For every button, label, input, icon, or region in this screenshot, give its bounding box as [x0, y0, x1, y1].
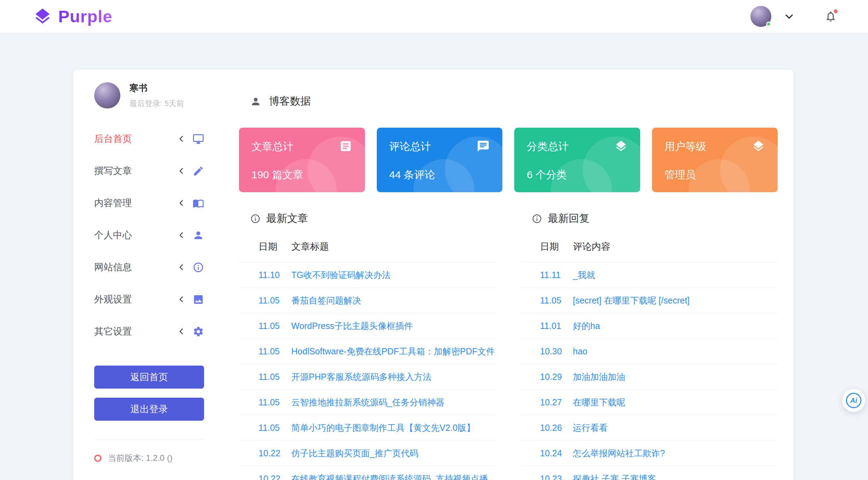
column-header-date: 日期 [521, 235, 573, 262]
article-title-link[interactable]: 番茄自签问题解决 [291, 288, 496, 313]
brand-name: Purple [58, 7, 112, 26]
article-title-link[interactable]: TG收不到验证码解决办法 [291, 262, 496, 288]
article-date: 11.05 [239, 288, 291, 313]
user-avatar[interactable] [750, 6, 771, 27]
latest-articles-title: 最新文章 [239, 211, 496, 226]
table-row: 11.05 WordPress子比主题头像框插件 [239, 313, 496, 339]
article-date: 11.05 [239, 415, 291, 441]
reply-date: 10.27 [521, 390, 573, 415]
sidebar-item-other-settings[interactable]: 其它设置 [94, 315, 204, 347]
sidebar-item-write-article[interactable]: 撰写文章 [94, 155, 204, 187]
sidebar-item-content-management[interactable]: 内容管理 [94, 187, 204, 219]
info-circle-icon [250, 213, 261, 224]
sidebar: 寒书 最后登录: 5天前 后台首页 撰写文章 内容管理 [73, 70, 239, 480]
table-row: 11.01 好的ha [521, 313, 778, 339]
sidebar-item-label: 个人中心 [94, 229, 132, 241]
reply-content-link[interactable]: 加油加油加油 [573, 364, 778, 390]
chevron-left-icon [177, 263, 186, 271]
table-row: 10.27 在哪里下载呢 [521, 390, 778, 415]
article-title-link[interactable]: HodlSoftware-免费在线PDF工具箱：加解密PDF文件 [291, 339, 496, 364]
top-header: Purple [0, 0, 868, 33]
pencil-icon [193, 165, 204, 177]
reply-date: 10.30 [521, 339, 573, 364]
reply-content-link[interactable]: _我就 [573, 262, 778, 288]
article-date: 11.10 [239, 262, 291, 288]
chevron-left-icon [177, 327, 186, 336]
latest-articles-table: 日期 文章标题 11.10 TG收不到验证码解决办法 11.05 番茄自签问题解… [239, 235, 496, 480]
latest-replies-title: 最新回复 [521, 211, 778, 226]
info-icon [193, 262, 204, 273]
article-date: 10.22 [239, 441, 291, 466]
table-row: 10.30 hao [521, 339, 778, 364]
article-title-link[interactable]: 在线教育视频课程付费阅读系统源码_支持视频点播、会 [291, 466, 496, 480]
sidebar-divider [94, 440, 204, 440]
reply-date: 11.05 [521, 288, 573, 313]
reply-content-link[interactable]: 在哪里下载呢 [573, 390, 778, 415]
sidebar-profile: 寒书 最后登录: 5天前 [94, 82, 204, 109]
version-icon [94, 455, 102, 462]
ai-assistant-button[interactable]: Ai [842, 389, 865, 412]
sidebar-item-label: 其它设置 [94, 325, 132, 338]
comment-icon [477, 140, 490, 153]
reply-content-link[interactable]: 探趣社,子寒,子寒博客 [573, 466, 778, 480]
profile-name: 寒书 [129, 82, 184, 94]
article-title-link[interactable]: 简单小巧的电子图章制作工具【黄文先V2.0版】 [291, 415, 496, 441]
back-home-button[interactable]: 返回首页 [94, 366, 204, 389]
latest-articles-panel: 最新文章 日期 文章标题 11.10 TG收不到验证码解决办法 [239, 211, 496, 480]
reply-date: 10.26 [521, 415, 573, 441]
person-icon [193, 230, 204, 241]
book-icon [193, 197, 204, 209]
profile-avatar[interactable] [94, 82, 120, 108]
chevron-left-icon [177, 295, 186, 303]
section-title-text: 最新文章 [266, 211, 308, 226]
reply-content-link[interactable]: 运行看看 [573, 415, 778, 441]
chevron-left-icon [177, 231, 186, 239]
reply-content-link[interactable]: 怎么举报网站社工欺诈? [573, 441, 778, 466]
table-row: 11.05 HodlSoftware-免费在线PDF工具箱：加解密PDF文件 [239, 339, 496, 364]
online-status-dot [766, 22, 771, 27]
article-date: 11.05 [239, 313, 291, 339]
article-date: 11.05 [239, 364, 291, 390]
logout-button[interactable]: 退出登录 [94, 398, 204, 421]
article-title-link[interactable]: 仿子比主题购买页面_推广页代码 [291, 441, 496, 466]
brand-logo[interactable]: Purple [33, 7, 112, 26]
sidebar-item-personal-center[interactable]: 个人中心 [94, 219, 204, 251]
article-title-link[interactable]: 开源PHP客服系统源码多种接入方法 [291, 364, 496, 390]
header-actions [750, 6, 837, 27]
ai-logo-icon: Ai [846, 393, 861, 408]
stat-label: 评论总计 [389, 140, 431, 154]
notifications-button[interactable] [824, 10, 837, 23]
stat-card-articles: 文章总计 190 篇文章 [239, 128, 365, 192]
stat-value: 190 篇文章 [252, 168, 352, 182]
article-title-link[interactable]: WordPress子比主题头像框插件 [291, 313, 496, 339]
chevron-left-icon [177, 167, 186, 175]
sidebar-item-label: 网站信息 [94, 261, 132, 273]
chevron-left-icon [177, 135, 186, 143]
reply-content-link[interactable]: hao [573, 339, 778, 364]
notification-badge-dot [834, 9, 838, 13]
article-date: 11.05 [239, 390, 291, 415]
sidebar-menu: 后台首页 撰写文章 内容管理 个人中心 [94, 123, 204, 347]
main-content: 博客数据 文章总计 190 篇文章 评论总计 44 条评论 分类总计 [239, 70, 793, 480]
stat-label: 分类总计 [527, 140, 569, 154]
table-row: 11.05 [secret] 在哪里下载呢 [/secret] [521, 288, 778, 313]
stat-cards: 文章总计 190 篇文章 评论总计 44 条评论 分类总计 6 个分类 [239, 128, 778, 192]
reply-content-link[interactable]: [secret] 在哪里下载呢 [/secret] [573, 288, 778, 313]
sidebar-item-site-info[interactable]: 网站信息 [94, 251, 204, 283]
table-row: 11.05 云智推地推拉新系统源码_任务分销神器 [239, 390, 496, 415]
reply-content-link[interactable]: 好的ha [573, 313, 778, 339]
reply-date: 10.24 [521, 441, 573, 466]
stat-card-categories: 分类总计 6 个分类 [514, 128, 640, 192]
profile-last-login: 最后登录: 5天前 [129, 98, 184, 109]
article-title-link[interactable]: 云智推地推拉新系统源码_任务分销神器 [291, 390, 496, 415]
info-circle-icon [532, 213, 542, 224]
gear-icon [193, 326, 204, 337]
chevron-down-icon[interactable] [784, 11, 794, 22]
sidebar-item-appearance-settings[interactable]: 外观设置 [94, 283, 204, 315]
chevron-left-icon [177, 199, 186, 207]
latest-replies-panel: 最新回复 日期 评论内容 11.11 _我就 [521, 211, 778, 480]
sidebar-item-label: 撰写文章 [94, 165, 132, 177]
version-label: 当前版本: 1.2.0 () [108, 452, 172, 464]
sidebar-item-label: 后台首页 [94, 133, 132, 145]
sidebar-item-dashboard[interactable]: 后台首页 [94, 123, 204, 155]
